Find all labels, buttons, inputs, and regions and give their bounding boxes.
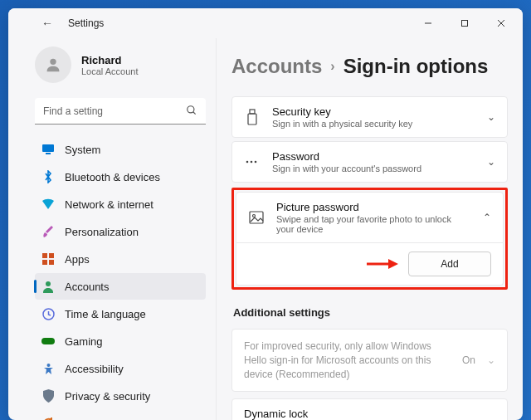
sidebar-item-windows-update[interactable]: Windows Update bbox=[35, 410, 206, 420]
chevron-down-icon: ⌄ bbox=[487, 111, 495, 123]
option-state: On bbox=[462, 354, 475, 366]
sidebar-item-bluetooth-devices[interactable]: Bluetooth & devices bbox=[35, 164, 206, 190]
titlebar: ← Settings bbox=[8, 8, 523, 38]
sidebar-item-time-language[interactable]: Time & language bbox=[35, 300, 206, 327]
sidebar-item-label: Apps bbox=[65, 253, 90, 266]
apps-icon bbox=[41, 252, 55, 266]
sidebar-item-label: Time & language bbox=[65, 308, 146, 320]
svg-marker-25 bbox=[388, 259, 398, 269]
sidebar-item-privacy-security[interactable]: Privacy & security bbox=[35, 383, 206, 409]
access-icon bbox=[41, 362, 55, 375]
svg-rect-9 bbox=[42, 253, 47, 258]
svg-rect-7 bbox=[42, 144, 54, 152]
svg-point-21 bbox=[255, 161, 257, 164]
option-text: For improved security, only allow Window… bbox=[244, 339, 451, 381]
brush-icon bbox=[41, 225, 55, 238]
update-icon bbox=[41, 417, 55, 420]
option-sub: Swipe and tap your favorite photo to unl… bbox=[276, 214, 471, 234]
sidebar-item-network-internet[interactable]: Network & internet bbox=[35, 191, 206, 217]
option-sub: Sign in with your account's password bbox=[272, 164, 475, 173]
sidebar-item-label: Personalization bbox=[65, 226, 139, 238]
svg-point-5 bbox=[188, 106, 194, 113]
sidebar: Richard Local Account SystemBluetooth & … bbox=[8, 38, 216, 420]
svg-point-4 bbox=[50, 59, 56, 65]
svg-point-23 bbox=[253, 215, 256, 217]
key-dots-icon bbox=[244, 156, 261, 168]
option-password[interactable]: Password Sign in with your account's pas… bbox=[231, 141, 508, 183]
back-button[interactable]: ← bbox=[41, 17, 53, 30]
sidebar-item-label: Privacy & security bbox=[65, 390, 150, 403]
svg-rect-18 bbox=[248, 114, 256, 125]
sidebar-item-label: Windows Update bbox=[65, 418, 146, 421]
wifi-icon bbox=[41, 198, 55, 211]
svg-rect-10 bbox=[49, 253, 54, 258]
search-container bbox=[35, 98, 206, 125]
profile-block[interactable]: Richard Local Account bbox=[35, 46, 206, 83]
sidebar-item-gaming[interactable]: Gaming bbox=[35, 328, 206, 354]
option-picture-password[interactable]: Picture password Swipe and tap your favo… bbox=[236, 192, 504, 243]
sidebar-item-label: Accessibility bbox=[65, 363, 124, 375]
option-windows-hello-only[interactable]: For improved security, only allow Window… bbox=[231, 329, 508, 392]
avatar bbox=[35, 46, 71, 83]
option-sub: Sign in with a physical security key bbox=[272, 119, 475, 129]
breadcrumb-current: Sign-in options bbox=[343, 55, 489, 78]
close-button[interactable] bbox=[483, 10, 519, 37]
option-title: Password bbox=[272, 150, 475, 163]
clock-icon bbox=[41, 307, 55, 320]
sidebar-item-apps[interactable]: Apps bbox=[35, 246, 206, 272]
svg-rect-8 bbox=[46, 153, 51, 154]
sidebar-item-accounts[interactable]: Accounts bbox=[35, 273, 206, 300]
svg-rect-17 bbox=[250, 110, 255, 114]
bt-icon bbox=[41, 170, 55, 183]
highlight-annotation: Picture password Swipe and tap your favo… bbox=[231, 188, 508, 290]
svg-rect-15 bbox=[41, 338, 55, 344]
pc-icon bbox=[41, 143, 55, 156]
shield-icon bbox=[41, 389, 55, 403]
settings-window: ← Settings Richard Local Account bbox=[8, 8, 523, 420]
chevron-up-icon: ⌃ bbox=[483, 212, 491, 223]
minimize-button[interactable] bbox=[410, 10, 446, 37]
profile-subtitle: Local Account bbox=[81, 66, 139, 76]
sidebar-item-label: System bbox=[65, 144, 100, 156]
sidebar-item-label: Bluetooth & devices bbox=[65, 171, 160, 183]
svg-point-20 bbox=[251, 161, 253, 164]
add-button[interactable]: Add bbox=[408, 252, 491, 276]
svg-rect-12 bbox=[49, 260, 54, 265]
svg-line-6 bbox=[193, 112, 196, 115]
svg-point-19 bbox=[246, 161, 249, 164]
chevron-down-icon: ⌄ bbox=[487, 354, 495, 366]
app-title: Settings bbox=[68, 17, 104, 29]
person-icon bbox=[41, 280, 55, 293]
option-title: Dynamic lock bbox=[244, 408, 475, 420]
breadcrumb: Accounts › Sign-in options bbox=[231, 55, 508, 78]
option-title: Security key bbox=[272, 105, 475, 118]
sidebar-item-accessibility[interactable]: Accessibility bbox=[35, 355, 206, 382]
option-dynamic-lock[interactable]: Dynamic lock Automatically lock your dev… bbox=[231, 398, 508, 420]
svg-rect-11 bbox=[42, 260, 47, 265]
breadcrumb-parent[interactable]: Accounts bbox=[231, 55, 322, 78]
sidebar-item-label: Accounts bbox=[65, 281, 109, 293]
picture-password-expanded: Add bbox=[236, 243, 504, 286]
arrow-annotation bbox=[365, 256, 398, 271]
search-input[interactable] bbox=[35, 98, 206, 125]
chevron-down-icon: ⌄ bbox=[487, 413, 495, 420]
additional-settings-heading: Additional settings bbox=[233, 306, 508, 319]
maximize-button[interactable] bbox=[446, 10, 483, 37]
sidebar-item-personalization[interactable]: Personalization bbox=[35, 218, 206, 245]
svg-rect-1 bbox=[462, 21, 468, 27]
svg-point-13 bbox=[46, 281, 51, 286]
option-security-key[interactable]: Security key Sign in with a physical sec… bbox=[231, 96, 508, 138]
usb-key-icon bbox=[244, 109, 261, 125]
main-panel[interactable]: Accounts › Sign-in options Security key … bbox=[216, 38, 523, 420]
option-title: Picture password bbox=[276, 201, 471, 213]
nav-list: SystemBluetooth & devicesNetwork & inter… bbox=[35, 136, 206, 420]
profile-name: Richard bbox=[81, 54, 139, 66]
content-area: Richard Local Account SystemBluetooth & … bbox=[8, 38, 523, 420]
chevron-down-icon: ⌄ bbox=[487, 156, 495, 168]
svg-point-16 bbox=[46, 364, 50, 367]
sidebar-item-system[interactable]: System bbox=[35, 136, 206, 163]
game-icon bbox=[41, 335, 55, 348]
svg-rect-22 bbox=[250, 212, 263, 223]
search-icon bbox=[186, 105, 197, 119]
chevron-right-icon: › bbox=[330, 59, 334, 74]
